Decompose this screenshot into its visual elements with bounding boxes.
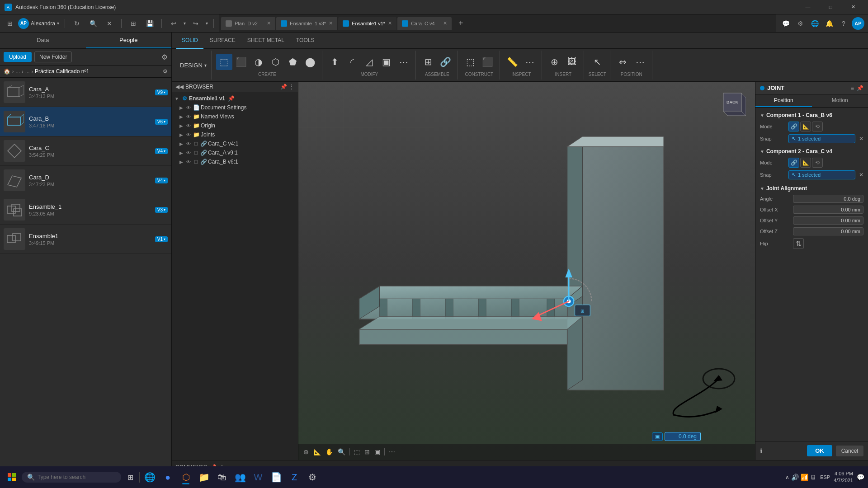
- design-dropdown[interactable]: DESIGN ▾: [175, 51, 212, 80]
- taskview-icon[interactable]: ⊞: [123, 470, 137, 484]
- file-item-cara-d[interactable]: Cara_D 3:47:23 PM V4▾: [0, 166, 171, 195]
- component1-snap-value[interactable]: ↖ 1 selected: [788, 134, 855, 143]
- taskbar-edge-icon[interactable]: 🌐: [142, 469, 158, 485]
- taskbar-search[interactable]: 🔍: [22, 472, 121, 483]
- assemble-new-comp-btn[interactable]: ⊞: [420, 54, 437, 70]
- taskbar-time[interactable]: 4:06 PM 4/7/2021: [834, 470, 853, 484]
- doc-tab-close-3[interactable]: ✕: [388, 20, 392, 26]
- cancel-button[interactable]: Cancel: [836, 446, 863, 456]
- component2-mode-btn-2[interactable]: 📐: [800, 158, 811, 168]
- component1-mode-btn-2[interactable]: 📐: [800, 122, 811, 131]
- file-version-ensamble1b[interactable]: V1▾: [155, 236, 168, 242]
- save-icon[interactable]: 💾: [143, 17, 156, 30]
- taskbar-store-icon[interactable]: 🛍: [214, 469, 230, 485]
- browser-pin-icon[interactable]: 📌: [280, 84, 287, 90]
- search-input[interactable]: [38, 474, 110, 480]
- tab-tools[interactable]: TOOLS: [291, 33, 320, 49]
- taskbar-word-icon[interactable]: W: [250, 469, 266, 485]
- breadcrumb-settings-icon[interactable]: ⚙: [163, 68, 168, 75]
- new-folder-button[interactable]: New Folder: [34, 52, 72, 62]
- maximize-button[interactable]: □: [820, 0, 841, 14]
- breadcrumb-dots2[interactable]: ...: [25, 68, 30, 75]
- modify-fillet-btn[interactable]: ◜: [344, 54, 360, 70]
- people-tab[interactable]: People: [86, 33, 172, 48]
- modify-more-btn[interactable]: ⋯: [396, 54, 412, 70]
- breadcrumb-home[interactable]: 🏠: [4, 68, 10, 75]
- tree-item-root[interactable]: ▼ ⚙ Ensamble1 v1 📌: [172, 94, 298, 103]
- redo-icon[interactable]: ↪: [189, 17, 202, 30]
- create-loft-btn[interactable]: ⬟: [285, 54, 301, 70]
- language-indicator[interactable]: ESP: [818, 473, 832, 482]
- tray-network-icon[interactable]: 📶: [801, 474, 808, 481]
- zoom-icon[interactable]: 🔍: [336, 447, 347, 457]
- close-button[interactable]: ✕: [843, 0, 863, 14]
- component2-mode-btn-3[interactable]: ⟲: [812, 158, 823, 168]
- offset-mode-button[interactable]: ▣: [652, 432, 663, 441]
- joint-tab-motion[interactable]: Motion: [812, 94, 868, 107]
- angle-input[interactable]: [793, 195, 863, 203]
- joints-eye-icon[interactable]: 👁: [185, 131, 192, 138]
- modify-shell-btn[interactable]: ▣: [378, 54, 395, 70]
- insert-decal-btn[interactable]: 🖼: [564, 54, 580, 70]
- file-item-cara-b[interactable]: Cara_B 3:47:16 PM V6▾: [0, 107, 171, 136]
- create-revolve-btn[interactable]: ◑: [250, 54, 267, 70]
- undo-icon[interactable]: ↩: [167, 17, 180, 30]
- search-icon[interactable]: 🔍: [87, 17, 99, 30]
- tree-item-joints[interactable]: ▶ 👁 📁 Joints: [172, 130, 298, 139]
- file-version-cara-c[interactable]: V4▾: [155, 148, 168, 154]
- snap-icon[interactable]: 📐: [312, 447, 322, 457]
- component2-snap-close[interactable]: ✕: [859, 172, 863, 178]
- doc-tab-ensamble1v3[interactable]: Ensamble_1 v3* ✕: [276, 17, 337, 30]
- cara-b-eye-icon[interactable]: 👁: [185, 159, 192, 165]
- start-button[interactable]: [4, 469, 20, 485]
- taskbar-settings-app-icon[interactable]: ⚙: [304, 469, 321, 485]
- joint-tab-position[interactable]: Position: [755, 94, 812, 107]
- create-extrude-btn[interactable]: ⬛: [233, 54, 250, 70]
- file-item-cara-a[interactable]: Cara_A 3:47:13 PM V9▾: [0, 78, 171, 107]
- grid-icon[interactable]: ⊞: [363, 447, 371, 457]
- modify-chamfer-btn[interactable]: ◿: [361, 54, 377, 70]
- notification-icon[interactable]: 🔔: [823, 17, 835, 30]
- component2-mode-btn-1[interactable]: 🔗: [788, 158, 799, 168]
- doc-tab-close[interactable]: ✕: [267, 20, 271, 26]
- view-cube[interactable]: BACK: [710, 91, 746, 127]
- file-version-ensamble1[interactable]: V3▾: [155, 207, 168, 213]
- origin-eye-icon[interactable]: 👁: [185, 122, 192, 129]
- tab-solid[interactable]: SOLID: [176, 33, 203, 49]
- notification-center-icon[interactable]: 💬: [857, 474, 864, 481]
- create-sweep-btn[interactable]: ⬡: [268, 54, 284, 70]
- joint-pin-icon[interactable]: 📌: [857, 85, 863, 91]
- doc-settings-eye-icon[interactable]: 👁: [185, 104, 192, 111]
- tray-sound-icon[interactable]: 🔊: [791, 474, 799, 481]
- cara-c-eye-icon[interactable]: 👁: [185, 141, 192, 147]
- chat-icon[interactable]: 💬: [779, 17, 792, 30]
- breadcrumb-current[interactable]: Práctica Calificado nº1: [35, 68, 89, 75]
- assemble-joint-btn[interactable]: 🔗: [438, 54, 454, 70]
- pan-icon[interactable]: ✋: [324, 447, 335, 457]
- breadcrumb-dots1[interactable]: ...: [15, 68, 20, 75]
- taskbar-fusion360-icon[interactable]: ⬡: [178, 469, 194, 485]
- inspect-measure-btn[interactable]: 📏: [505, 54, 521, 70]
- component1-section[interactable]: ▼ Component 1 - Cara_B v6: [755, 110, 868, 120]
- doc-tab-close-2[interactable]: ✕: [329, 20, 333, 26]
- offset-x-input[interactable]: [793, 206, 863, 214]
- tree-item-cara-a-v9[interactable]: ▶ 👁 ☐ 🔗 Cara_A v9:1: [172, 148, 298, 157]
- file-version-cara-d[interactable]: V4▾: [155, 178, 168, 183]
- alignment-section[interactable]: ▼ Joint Alignment: [755, 183, 868, 193]
- settings-icon[interactable]: ⚙: [794, 17, 807, 30]
- component1-mode-btn-3[interactable]: ⟲: [812, 122, 823, 131]
- view-settings-icon[interactable]: ⋯: [387, 447, 396, 457]
- data-tab[interactable]: Data: [0, 33, 86, 48]
- taskbar-pdf-icon[interactable]: 📄: [268, 469, 284, 485]
- apps-icon[interactable]: ⊞: [127, 17, 140, 30]
- minimize-button[interactable]: —: [797, 0, 818, 14]
- user-info[interactable]: ⊞ AP Alexandra ▾: [4, 17, 59, 30]
- tab-surface[interactable]: SURFACE: [204, 33, 241, 49]
- refresh-icon[interactable]: ↻: [71, 17, 83, 30]
- upload-button[interactable]: Upload: [4, 52, 32, 62]
- world-icon[interactable]: 🌐: [808, 17, 821, 30]
- insert-derive-btn[interactable]: ⊕: [547, 54, 563, 70]
- display-settings-icon[interactable]: ▣: [373, 447, 382, 457]
- browser-overflow-icon[interactable]: ⋮: [289, 84, 294, 90]
- user-avatar-btn[interactable]: AP: [852, 17, 864, 30]
